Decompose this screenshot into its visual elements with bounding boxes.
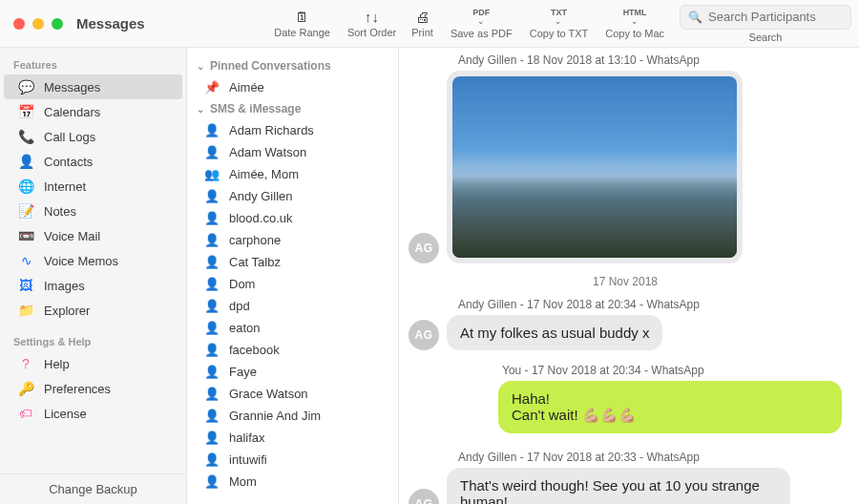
person-icon: 👤	[204, 277, 218, 291]
conversation-item[interactable]: 👤Adam Richards	[187, 119, 398, 141]
message-block: Andy Gillen - 17 Nov 2018 at 20:34 - Wha…	[409, 298, 842, 350]
sidebar-item-label: Voice Mail	[44, 229, 100, 243]
sidebar-item-images[interactable]: 🖼 Images	[4, 273, 182, 298]
copy-txt-label: Copy to TXT	[530, 28, 589, 39]
phone-icon: 📞	[17, 129, 34, 144]
conversation-item[interactable]: 👤eaton	[187, 317, 398, 339]
minimize-window-button[interactable]	[32, 18, 44, 30]
conversation-item[interactable]: 👤blood.co.uk	[187, 207, 398, 229]
person-icon: 👤	[204, 409, 218, 423]
sort-order-button[interactable]: ↑↓ Sort Order	[347, 9, 396, 38]
sidebar-item-help[interactable]: ? Help	[4, 351, 182, 376]
conversation-item[interactable]: 👥Aimée, Mom	[187, 163, 398, 185]
sidebar-item-explorer[interactable]: 📁 Explorer	[4, 298, 182, 323]
conversation-item[interactable]: 👤Faye	[187, 361, 398, 383]
conversation-item[interactable]: 👤facebook	[187, 339, 398, 361]
search-input[interactable]	[708, 10, 843, 24]
save-pdf-button[interactable]: PDF ⌄ Save as PDF	[450, 9, 513, 39]
conversation-name: Cat Talbz	[229, 255, 281, 269]
sidebar-item-preferences[interactable]: 🔑 Preferences	[4, 376, 182, 401]
message-text: That's weird though! See you at 10 you s…	[460, 477, 760, 504]
date-range-label: Date Range	[274, 27, 330, 38]
person-icon: 👤	[204, 430, 218, 445]
message-bubble[interactable]: That's weird though! See you at 10 you s…	[447, 468, 790, 504]
sidebar-item-license[interactable]: 🏷 License	[4, 401, 182, 426]
date-range-button[interactable]: 🗓 Date Range	[274, 9, 330, 38]
conversation-name: facebook	[229, 343, 280, 357]
conversation-name: intuwifi	[229, 452, 267, 467]
person-icon: 👤	[204, 145, 218, 159]
conversation-item[interactable]: 👤Dom	[187, 273, 398, 295]
message-meta: You - 17 Nov 2018 at 20:34 - WhatsApp	[409, 364, 704, 377]
conversation-item[interactable]: 👤Grannie And Jim	[187, 405, 398, 427]
person-icon: 👤	[204, 452, 218, 467]
image-placeholder	[452, 76, 737, 258]
sms-section-header[interactable]: ⌄ SMS & iMessage	[187, 98, 398, 119]
sidebar-item-messages[interactable]: 💬 Messages	[4, 74, 182, 99]
sort-order-label: Sort Order	[347, 27, 396, 38]
app-title: Messages	[76, 15, 145, 32]
conversation-item[interactable]: 👤Adam Watson	[187, 141, 398, 163]
sidebar-item-label: Images	[44, 279, 85, 293]
person-icon: 👤	[204, 321, 218, 335]
sidebar-item-label: Notes	[44, 204, 76, 219]
sidebar-item-label: Contacts	[44, 155, 93, 169]
message-block: Andy Gillen - 17 Nov 2018 at 20:33 - Wha…	[409, 451, 842, 504]
change-backup-button[interactable]: Change Backup	[0, 473, 186, 504]
conversation-item[interactable]: 👤Mom	[187, 471, 398, 493]
conversation-list: ⌄ Pinned Conversations 📌 Aimée ⌄ SMS & i…	[187, 48, 399, 504]
window-controls	[13, 18, 63, 30]
person-icon: 👤	[204, 189, 218, 203]
conversation-name: Aimée	[229, 80, 264, 94]
close-window-button[interactable]	[13, 18, 25, 30]
sidebar-item-label: Help	[44, 357, 70, 371]
conversation-item[interactable]: 👤dpd	[187, 295, 398, 317]
message-image-bubble[interactable]	[447, 71, 743, 263]
sidebar-item-voice-mail[interactable]: 📼 Voice Mail	[4, 223, 182, 248]
date-separator: 17 Nov 2018	[409, 275, 842, 288]
avatar: AG	[409, 233, 439, 263]
sidebar-item-call-logs[interactable]: 📞 Call Logs	[4, 124, 182, 149]
conversation-item[interactable]: 👤intuwifi	[187, 449, 398, 471]
message-bubble[interactable]: At my folkes as usual buddy x	[447, 315, 662, 350]
copy-mac-label: Copy to Mac	[605, 28, 664, 39]
message-text: Can't wait! 💪🏼💪🏼💪🏼	[512, 407, 828, 424]
conversation-item[interactable]: 👤Andy Gillen	[187, 185, 398, 207]
conversation-name: Andy Gillen	[229, 189, 292, 203]
person-icon: 👤	[204, 343, 218, 357]
conversation-item[interactable]: 👤carphone	[187, 229, 398, 251]
search-box[interactable]: 🔍	[680, 5, 851, 30]
sidebar-item-internet[interactable]: 🌐 Internet	[4, 174, 182, 199]
conversation-item[interactable]: 👤Cat Talbz	[187, 251, 398, 273]
calendar-range-icon: 🗓	[295, 9, 309, 25]
note-icon: 📝	[17, 203, 34, 219]
conversation-name: blood.co.uk	[229, 211, 293, 225]
conversation-item[interactable]: 📌 Aimée	[187, 76, 398, 98]
chevron-down-icon: ⌄	[197, 104, 204, 115]
sort-icon: ↑↓	[365, 9, 379, 25]
sidebar-item-label: Internet	[44, 179, 86, 194]
sidebar-item-contacts[interactable]: 👤 Contacts	[4, 149, 182, 174]
person-icon: 👤	[204, 387, 218, 401]
conversation-item[interactable]: 👤Grace Watson	[187, 383, 398, 405]
copy-mac-button[interactable]: HTML ⌄ Copy to Mac	[605, 9, 664, 39]
search-wrapper: 🔍 Search	[680, 5, 851, 43]
chevron-down-icon: ⌄	[631, 17, 639, 26]
message-meta: Andy Gillen - 17 Nov 2018 at 20:34 - Wha…	[458, 298, 842, 311]
sidebar-item-label: Preferences	[44, 382, 111, 396]
conversation-item[interactable]: 👤halifax	[187, 427, 398, 449]
message-bubble-outgoing[interactable]: Haha! Can't wait! 💪🏼💪🏼💪🏼	[498, 381, 842, 433]
sidebar-item-label: Calendars	[44, 105, 100, 119]
copy-txt-button[interactable]: TXT ⌄ Copy to TXT	[530, 9, 589, 39]
pinned-section-header[interactable]: ⌄ Pinned Conversations	[187, 55, 398, 76]
group-icon: 👥	[204, 167, 218, 181]
zoom-window-button[interactable]	[52, 18, 63, 30]
message-text: Haha!	[512, 390, 828, 407]
print-button[interactable]: 🖨 Print	[411, 9, 433, 39]
sidebar-item-notes[interactable]: 📝 Notes	[4, 199, 182, 223]
sidebar-item-calendars[interactable]: 📅 Calendars	[4, 99, 182, 124]
sidebar-item-voice-memos[interactable]: ∿ Voice Memos	[4, 248, 182, 273]
message-text: At my folkes as usual buddy x	[460, 325, 649, 341]
avatar: AG	[409, 489, 439, 504]
person-icon: 👤	[204, 474, 218, 489]
